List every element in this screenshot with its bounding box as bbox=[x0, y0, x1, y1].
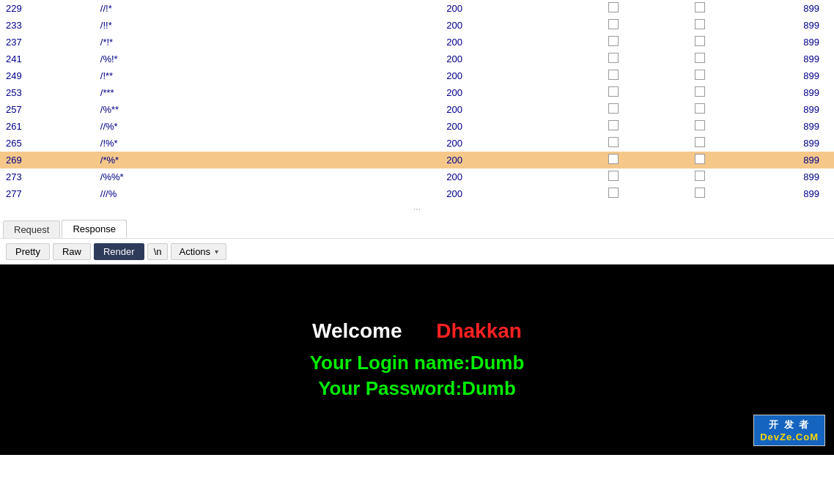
watermark: 开 发 者 DevZe.CoM bbox=[753, 415, 825, 446]
table-row[interactable]: 233 /!!* 200 899 bbox=[0, 17, 834, 34]
welcome-text: Welcome bbox=[312, 319, 402, 342]
row-status: 200 bbox=[440, 34, 567, 51]
row-id: 261 bbox=[0, 118, 95, 135]
row-checkbox2[interactable] bbox=[661, 0, 739, 17]
row-path: ///% bbox=[95, 185, 440, 202]
watermark-box: 开 发 者 DevZe.CoM bbox=[753, 415, 825, 446]
row-checkbox2[interactable] bbox=[661, 84, 739, 101]
login-line: Your Login name:Dumb bbox=[310, 352, 525, 374]
row-id: 269 bbox=[0, 152, 95, 168]
row-path: /%** bbox=[95, 101, 440, 118]
watermark-line2: DevZe.CoM bbox=[760, 431, 819, 442]
row-checkbox1[interactable] bbox=[567, 185, 661, 202]
row-checkbox1[interactable] bbox=[567, 0, 661, 17]
render-button[interactable]: Render bbox=[94, 243, 144, 260]
rendered-content: Welcome Dhakkan Your Login name:Dumb You… bbox=[0, 264, 834, 455]
table-row[interactable]: 277 ///% 200 899 bbox=[0, 185, 834, 202]
watermark-line1: 开 发 者 bbox=[760, 418, 819, 431]
table-row[interactable]: 241 /%!* 200 899 bbox=[0, 51, 834, 67]
table-row[interactable]: 229 //!* 200 899 bbox=[0, 0, 834, 17]
row-checkbox1[interactable] bbox=[567, 101, 661, 118]
table-row[interactable]: 253 /*** 200 899 bbox=[0, 84, 834, 101]
table-section: 229 //!* 200 899 233 /!!* 200 899 237 /*… bbox=[0, 0, 834, 215]
row-status: 200 bbox=[440, 51, 567, 67]
row-value: 899 bbox=[739, 152, 834, 168]
row-status: 200 bbox=[440, 84, 567, 101]
raw-button[interactable]: Raw bbox=[53, 243, 91, 260]
table-row[interactable]: 257 /%** 200 899 bbox=[0, 101, 834, 118]
row-value: 899 bbox=[739, 185, 834, 202]
row-path: //!* bbox=[95, 0, 440, 17]
row-id: 257 bbox=[0, 101, 95, 118]
row-checkbox2[interactable] bbox=[661, 67, 739, 84]
row-path: /!!* bbox=[95, 17, 440, 34]
row-status: 200 bbox=[440, 67, 567, 84]
row-id: 237 bbox=[0, 34, 95, 51]
row-checkbox1[interactable] bbox=[567, 135, 661, 152]
row-value: 899 bbox=[739, 135, 834, 152]
row-checkbox2[interactable] bbox=[661, 152, 739, 168]
row-checkbox2[interactable] bbox=[661, 101, 739, 118]
row-path: /!%* bbox=[95, 135, 440, 152]
row-checkbox2[interactable] bbox=[661, 17, 739, 34]
pretty-button[interactable]: Pretty bbox=[6, 243, 50, 260]
row-checkbox1[interactable] bbox=[567, 51, 661, 67]
password-line: Your Password:Dumb bbox=[318, 377, 516, 400]
row-value: 899 bbox=[739, 17, 834, 34]
row-checkbox2[interactable] bbox=[661, 168, 739, 185]
row-value: 899 bbox=[739, 34, 834, 51]
row-status: 200 bbox=[440, 152, 567, 168]
row-path: /*%* bbox=[95, 152, 440, 168]
row-checkbox1[interactable] bbox=[567, 67, 661, 84]
row-checkbox2[interactable] bbox=[661, 185, 739, 202]
row-checkbox2[interactable] bbox=[661, 51, 739, 67]
row-value: 899 bbox=[739, 51, 834, 67]
row-status: 200 bbox=[440, 17, 567, 34]
row-path: /%!* bbox=[95, 51, 440, 67]
table-row[interactable]: 273 /%%* 200 899 bbox=[0, 168, 834, 185]
row-value: 899 bbox=[739, 84, 834, 101]
row-checkbox2[interactable] bbox=[661, 135, 739, 152]
table-row[interactable]: 265 /!%* 200 899 bbox=[0, 135, 834, 152]
ellipsis-indicator: ··· bbox=[0, 202, 834, 215]
row-checkbox1[interactable] bbox=[567, 84, 661, 101]
row-id: 273 bbox=[0, 168, 95, 185]
row-path: /!** bbox=[95, 67, 440, 84]
table-row[interactable]: 269 /*%* 200 899 bbox=[0, 152, 834, 168]
row-checkbox1[interactable] bbox=[567, 152, 661, 168]
row-status: 200 bbox=[440, 0, 567, 17]
row-status: 200 bbox=[440, 168, 567, 185]
row-status: 200 bbox=[440, 118, 567, 135]
row-path: //%* bbox=[95, 118, 440, 135]
table-row[interactable]: 237 /*!* 200 899 bbox=[0, 34, 834, 51]
tab-request[interactable]: Request bbox=[3, 220, 60, 238]
row-id: 241 bbox=[0, 51, 95, 67]
row-value: 899 bbox=[739, 67, 834, 84]
user-name: Dhakkan bbox=[436, 319, 522, 342]
actions-dropdown[interactable]: Actions ▾ bbox=[171, 243, 226, 260]
row-checkbox1[interactable] bbox=[567, 34, 661, 51]
row-status: 200 bbox=[440, 135, 567, 152]
table-row[interactable]: 249 /!** 200 899 bbox=[0, 67, 834, 84]
newline-button[interactable]: \n bbox=[147, 243, 169, 260]
row-id: 253 bbox=[0, 84, 95, 101]
tab-response[interactable]: Response bbox=[62, 220, 127, 238]
row-status: 200 bbox=[440, 185, 567, 202]
table-row[interactable]: 261 //%* 200 899 bbox=[0, 118, 834, 135]
tabs-bar: Request Response bbox=[0, 215, 834, 239]
row-path: /*** bbox=[95, 84, 440, 101]
welcome-line: Welcome Dhakkan bbox=[312, 319, 522, 343]
row-checkbox1[interactable] bbox=[567, 118, 661, 135]
row-id: 233 bbox=[0, 17, 95, 34]
row-checkbox2[interactable] bbox=[661, 34, 739, 51]
row-id: 229 bbox=[0, 0, 95, 17]
row-id: 265 bbox=[0, 135, 95, 152]
row-value: 899 bbox=[739, 101, 834, 118]
row-value: 899 bbox=[739, 118, 834, 135]
row-path: /*!* bbox=[95, 34, 440, 51]
row-checkbox1[interactable] bbox=[567, 168, 661, 185]
row-id: 249 bbox=[0, 67, 95, 84]
row-checkbox1[interactable] bbox=[567, 17, 661, 34]
row-checkbox2[interactable] bbox=[661, 118, 739, 135]
row-path: /%%* bbox=[95, 168, 440, 185]
